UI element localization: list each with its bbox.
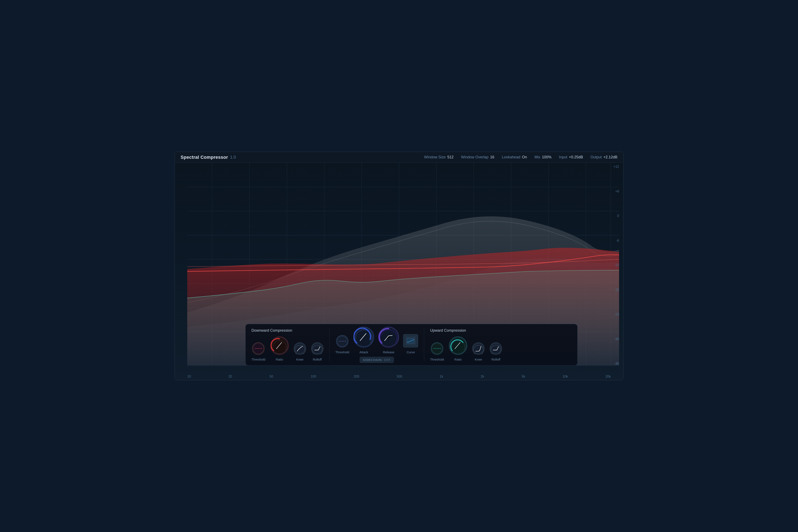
mid-curve-button[interactable] xyxy=(403,334,418,347)
freq-20: 20 xyxy=(228,375,232,378)
freq-10: 10 xyxy=(187,375,191,378)
down-knee-label: Knee xyxy=(296,358,303,361)
db-label-neg24: -24 xyxy=(613,312,619,316)
header-param-output: Output +2.12dB xyxy=(590,155,618,159)
down-ratio-group: Ratio xyxy=(270,337,289,361)
up-ratio-label: Ratio xyxy=(455,358,462,361)
upward-compression-section: Upward Compression Threshold xyxy=(430,328,502,361)
up-ratio-knob[interactable] xyxy=(449,337,467,355)
up-knee-label: Knee xyxy=(475,358,482,361)
middle-knobs-row: Threshold xyxy=(336,327,418,354)
freq-5k: 5k xyxy=(521,375,525,378)
up-rolloff-knob[interactable] xyxy=(490,342,502,355)
window-overlap-label: Window Overlap xyxy=(461,155,489,159)
mid-release-knob[interactable] xyxy=(378,327,399,347)
sidechain-value: OFF xyxy=(384,358,391,362)
mid-curve-label: Curve xyxy=(406,350,415,354)
upward-knobs-row: Threshold xyxy=(430,337,502,361)
db-label-neg6: -6 xyxy=(613,239,619,243)
db-label-12: +12 xyxy=(613,165,619,169)
mix-label: Mix xyxy=(534,155,540,159)
freq-200: 200 xyxy=(354,375,359,378)
up-threshold-knob[interactable] xyxy=(431,342,443,355)
mid-threshold-knob[interactable] xyxy=(336,335,348,347)
freq-scale: 10 20 50 100 200 500 1k 2k 5k 10k 20k xyxy=(187,375,611,378)
mid-attack-label: Attack xyxy=(360,350,368,354)
down-rolloff-knob[interactable] xyxy=(311,342,324,355)
up-knee-knob[interactable] xyxy=(472,342,484,355)
input-value[interactable]: +0.25dB xyxy=(569,155,583,159)
down-knee-group: Knee xyxy=(293,342,306,361)
db-label-neg12: -12 xyxy=(613,263,619,267)
mid-threshold-label: Threshold xyxy=(336,350,349,354)
up-knee-group: Knee xyxy=(472,342,484,361)
db-label-0: 0 xyxy=(613,214,619,218)
down-threshold-knob[interactable] xyxy=(252,342,265,355)
downward-knobs-row: Threshold xyxy=(251,337,324,361)
down-ratio-label: Ratio xyxy=(276,358,283,361)
plugin-window: Spectral Compressor 1.0 Window Size 512 … xyxy=(174,152,624,380)
mid-attack-knob[interactable] xyxy=(353,327,374,347)
db-label-neg36: -36 xyxy=(613,362,619,365)
sidechain-label: SIDECHAIN: xyxy=(363,358,383,362)
mid-release-label: Release xyxy=(383,350,395,354)
up-threshold-label: Threshold xyxy=(430,358,444,361)
db-scale: +12 +6 0 -6 -12 -18 -24 -30 -36 xyxy=(613,163,619,368)
header-param-mix: Mix 100% xyxy=(534,155,552,159)
down-threshold-label: Threshold xyxy=(251,358,265,361)
output-value[interactable]: +2.12dB xyxy=(603,155,618,159)
db-label-neg30: -30 xyxy=(613,337,619,341)
display-area: +12 +6 0 -6 -12 -18 -24 -30 -36 10 20 50… xyxy=(175,163,623,380)
plugin-title: Spectral Compressor xyxy=(180,155,228,160)
header-param-window-overlap: Window Overlap 16 xyxy=(461,155,494,159)
up-rolloff-label: Rolloff xyxy=(492,358,500,361)
db-label-6: +6 xyxy=(613,190,619,193)
freq-100: 100 xyxy=(311,375,316,378)
down-knee-knob[interactable] xyxy=(293,342,306,355)
down-rolloff-label: Rolloff xyxy=(313,358,322,361)
db-label-neg18: -18 xyxy=(613,288,619,292)
downward-compression-title: Downward Compression xyxy=(251,328,324,333)
freq-20k: 20k xyxy=(605,375,611,378)
freq-10k: 10k xyxy=(563,375,568,378)
window-overlap-value[interactable]: 16 xyxy=(490,155,494,159)
upward-compression-title: Upward Compression xyxy=(430,328,502,333)
downward-compression-section: Downward Compression Threshold xyxy=(251,328,324,361)
output-label: Output xyxy=(590,155,602,159)
header-param-lookahead: Lookahead On xyxy=(502,155,527,159)
mid-release-group: Release xyxy=(378,327,399,354)
middle-section: Threshold xyxy=(336,327,418,363)
mid-curve-group: Curve xyxy=(403,334,418,354)
down-threshold-group: Threshold xyxy=(251,342,265,361)
freq-2k: 2k xyxy=(481,375,484,378)
mid-threshold-group: Threshold xyxy=(336,335,349,354)
freq-500: 500 xyxy=(397,375,402,378)
freq-50: 50 xyxy=(269,375,273,378)
header-param-window-size: Window Size 512 xyxy=(424,155,453,159)
input-label: Input xyxy=(559,155,567,159)
header-param-input: Input +0.25dB xyxy=(559,155,583,159)
plugin-version: 1.0 xyxy=(230,155,236,159)
lookahead-value[interactable]: On xyxy=(522,155,527,159)
up-rolloff-group: Rolloff xyxy=(490,342,502,361)
lookahead-label: Lookahead xyxy=(502,155,520,159)
window-size-value[interactable]: 512 xyxy=(448,155,454,159)
header-controls: Window Size 512 Window Overlap 16 Lookah… xyxy=(424,155,618,159)
down-rolloff-group: Rolloff xyxy=(311,342,324,361)
down-ratio-knob[interactable] xyxy=(270,337,289,355)
up-threshold-group: Threshold xyxy=(430,342,444,361)
up-ratio-group: Ratio xyxy=(449,337,467,361)
mid-attack-group: Attack xyxy=(353,327,374,354)
mix-value[interactable]: 100% xyxy=(542,155,552,159)
freq-1k: 1k xyxy=(440,375,443,378)
sidechain-button[interactable]: SIDECHAIN: OFF xyxy=(360,357,394,363)
window-size-label: Window Size xyxy=(424,155,445,159)
header: Spectral Compressor 1.0 Window Size 512 … xyxy=(175,152,623,163)
controls-panel: Downward Compression Threshold xyxy=(245,324,577,365)
